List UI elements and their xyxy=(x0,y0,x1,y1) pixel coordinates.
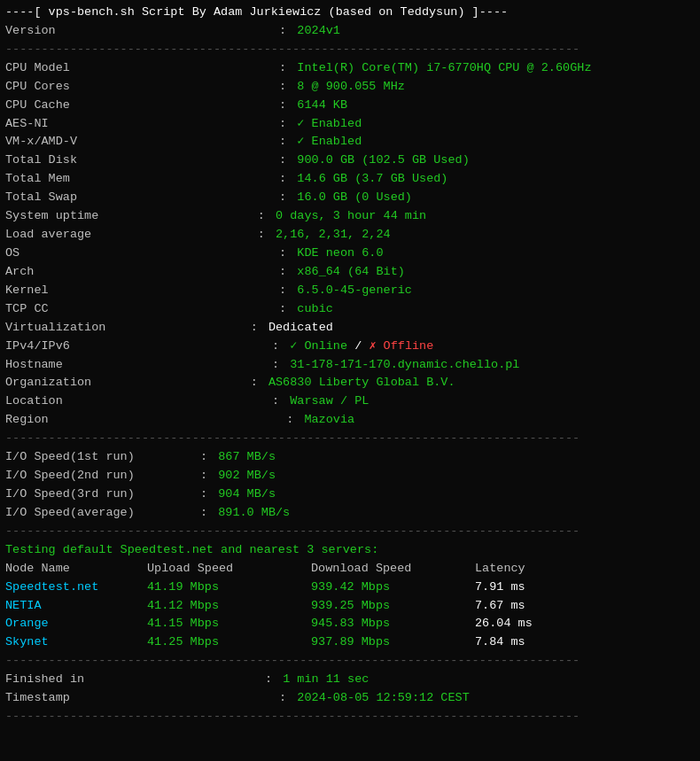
node-download: 945.83 Mbps xyxy=(311,615,475,633)
node-latency: 7.67 ms xyxy=(475,597,525,616)
node-download: 939.25 Mbps xyxy=(311,597,475,616)
load-avg-line: Load average : 2,16, 2,31, 2,24 xyxy=(5,226,695,245)
speedtest-row: Speedtest.net 41.19 Mbps 939.42 Mbps 7.9… xyxy=(5,579,695,597)
io-run2-line: I/O Speed(2nd run) : 902 MB/s xyxy=(5,467,695,485)
speedtest-header: Testing default Speedtest.net and neares… xyxy=(5,541,695,560)
node-name: NETIA xyxy=(5,597,147,616)
io-run3-line: I/O Speed(3rd run) : 904 MB/s xyxy=(5,485,695,504)
cpu-model-line: CPU Model : Intel(R) Core(TM) i7-6770HQ … xyxy=(5,59,695,78)
virt-line: Virtualization : Dedicated xyxy=(5,319,695,338)
io-avg-line: I/O Speed(average) : 891.0 MB/s xyxy=(5,504,695,523)
node-latency: 26.04 ms xyxy=(475,615,533,633)
node-latency: 7.84 ms xyxy=(475,633,525,652)
speedtest-row: NETIA 41.12 Mbps 939.25 Mbps 7.67 ms xyxy=(5,597,695,616)
node-latency: 7.91 ms xyxy=(475,579,525,597)
hostname-line: Hostname : 31-178-171-170.dynamic.chello… xyxy=(5,356,695,375)
node-upload: 41.25 Mbps xyxy=(147,633,311,652)
kernel-line: Kernel : 6.5.0-45-generic xyxy=(5,282,695,300)
timestamp-line: Timestamp : 2024-08-05 12:59:12 CEST xyxy=(5,689,695,708)
node-upload: 41.12 Mbps xyxy=(147,597,311,616)
node-name: Skynet xyxy=(5,633,147,652)
node-download: 937.89 Mbps xyxy=(311,633,475,652)
cpu-cores-line: CPU Cores : 8 @ 900.055 MHz xyxy=(5,78,695,97)
speedtest-row: Skynet 41.25 Mbps 937.89 Mbps 7.84 ms xyxy=(5,633,695,652)
divider-1: ----------------------------------------… xyxy=(5,41,695,59)
cpu-cache-line: CPU Cache : 6144 KB xyxy=(5,97,695,115)
divider-3: ----------------------------------------… xyxy=(5,523,695,541)
header-title: ----[ vps-bench.sh Script By Adam Jurkie… xyxy=(5,4,695,22)
speedtest-table-body: Speedtest.net 41.19 Mbps 939.42 Mbps 7.9… xyxy=(5,579,695,653)
vm-amd-line: VM-x/AMD-V : ✓ Enabled xyxy=(5,133,695,151)
io-run1-line: I/O Speed(1st run) : 867 MB/s xyxy=(5,448,695,467)
os-line: OS : KDE neon 6.0 xyxy=(5,245,695,263)
total-disk-line: Total Disk : 900.0 GB (102.5 GB Used) xyxy=(5,151,695,170)
speedtest-row: Orange 41.15 Mbps 945.83 Mbps 26.04 ms xyxy=(5,615,695,633)
uptime-line: System uptime : 0 days, 3 hour 44 min xyxy=(5,207,695,226)
tcp-cc-line: TCP CC : cubic xyxy=(5,300,695,319)
node-upload: 41.15 Mbps xyxy=(147,615,311,633)
ipv4-line: IPv4/IPv6 : ✓ Online / ✗ Offline xyxy=(5,338,695,356)
node-download: 939.42 Mbps xyxy=(311,579,475,597)
divider-2: ----------------------------------------… xyxy=(5,430,695,448)
total-mem-line: Total Mem : 14.6 GB (3.7 GB Used) xyxy=(5,170,695,189)
divider-4: ----------------------------------------… xyxy=(5,652,695,671)
aes-ni-line: AES-NI : ✓ Enabled xyxy=(5,115,695,134)
node-name: Speedtest.net xyxy=(5,579,147,597)
node-name: Orange xyxy=(5,615,147,633)
region-line: Region : Mazovia xyxy=(5,411,695,430)
location-line: Location : Warsaw / PL xyxy=(5,392,695,411)
total-swap-line: Total Swap : 16.0 GB (0 Used) xyxy=(5,189,695,207)
finished-line: Finished in : 1 min 11 sec xyxy=(5,671,695,689)
divider-5: ----------------------------------------… xyxy=(5,708,695,726)
org-line: Organization : AS6830 Liberty Global B.V… xyxy=(5,374,695,392)
arch-line: Arch : x86_64 (64 Bit) xyxy=(5,263,695,282)
version-line: Version : 2024v1 xyxy=(5,22,695,41)
node-upload: 41.19 Mbps xyxy=(147,579,311,597)
speedtest-table-header: Node Name Upload Speed Download Speed La… xyxy=(5,560,695,579)
